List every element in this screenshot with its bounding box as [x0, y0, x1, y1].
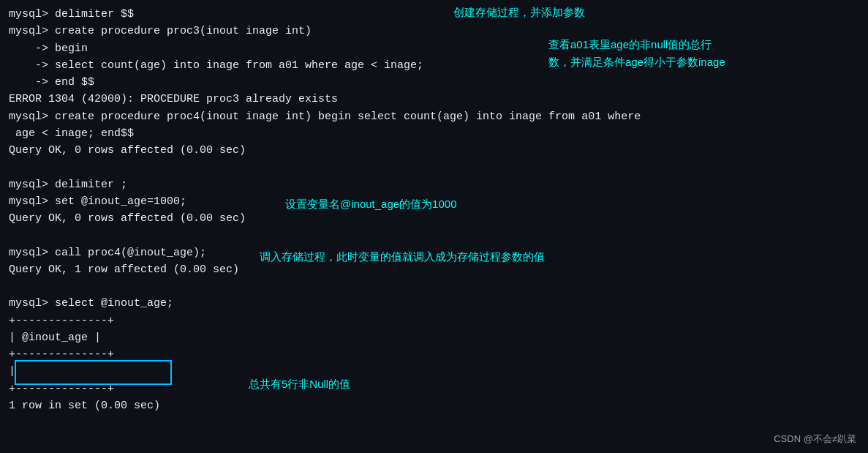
- terminal-result-line: 1 row in set (0.00 sec): [9, 397, 859, 414]
- terminal-line-5: -> end $$: [9, 74, 859, 91]
- terminal-line-10: [9, 159, 859, 176]
- terminal-line-3: -> begin: [9, 40, 859, 57]
- terminal-line-17: [9, 278, 859, 295]
- annotation-set-variable: 设置变量名@inout_age的值为1000: [285, 198, 457, 211]
- terminal-line-7: mysql> create procedure proc4(inout inag…: [9, 108, 859, 125]
- value-highlight-box: [15, 360, 172, 385]
- terminal: mysql> delimiter $$ mysql> create proced…: [0, 0, 868, 453]
- terminal-line-11: mysql> delimiter ;: [9, 176, 859, 193]
- terminal-table-header: | @inout_age |: [9, 329, 859, 346]
- terminal-table-border-top: +--------------+: [9, 312, 859, 329]
- terminal-line-2: mysql> create procedure proc3(inout inag…: [9, 23, 859, 40]
- terminal-line-14: [9, 227, 859, 244]
- annotation-count-age-line2: 数，并满足条件age得小于参数inage: [548, 56, 725, 70]
- terminal-line-13: Query OK, 0 rows affected (0.00 sec): [9, 210, 859, 227]
- terminal-line-18: mysql> select @inout_age;: [9, 295, 859, 312]
- terminal-line-4: -> select count(age) into inage from a01…: [9, 57, 859, 74]
- csdn-credit: CSDN @不会≠趴菜: [774, 433, 856, 446]
- annotation-call-proc: 调入存储过程，此时变量的值就调入成为存储过程参数的值: [260, 250, 545, 264]
- terminal-line-1: mysql> delimiter $$: [9, 6, 859, 23]
- terminal-line-8: age < inage; end$$: [9, 125, 859, 142]
- terminal-line-9: Query OK, 0 rows affected (0.00 sec): [9, 142, 859, 159]
- annotation-create-proc: 创建存储过程，并添加参数: [453, 6, 585, 20]
- annotation-total-rows: 总共有5行非Null的值: [249, 378, 350, 392]
- annotation-count-age-line1: 查看a01表里age的非null值的总行: [548, 38, 712, 52]
- terminal-line-6: ERROR 1304 (42000): PROCEDURE proc3 alre…: [9, 91, 859, 108]
